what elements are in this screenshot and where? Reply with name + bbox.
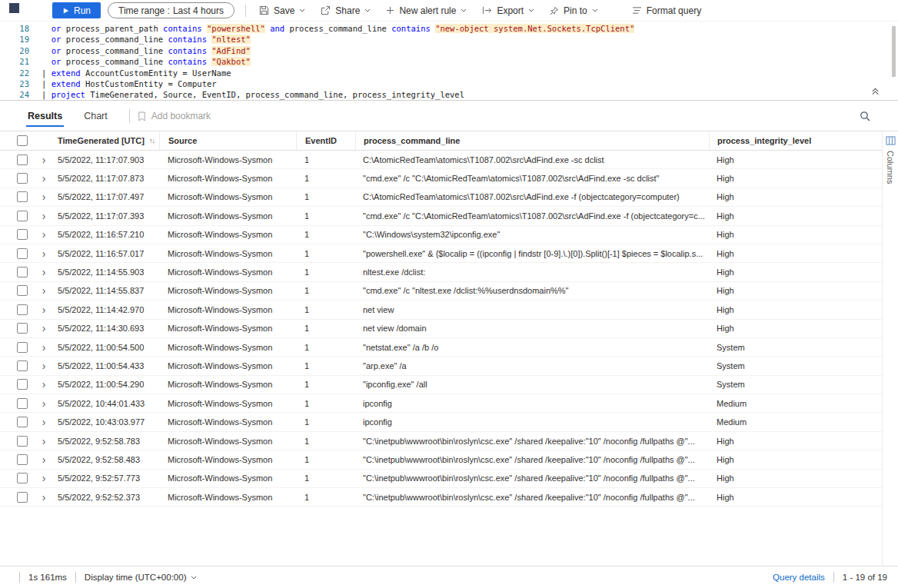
table-row[interactable]: ›5/5/2022, 11:14:30.693Microsoft-Windows… bbox=[0, 320, 882, 338]
share-button[interactable]: Share bbox=[313, 0, 378, 21]
add-bookmark-button[interactable]: Add bookmark bbox=[138, 111, 211, 121]
row-checkbox[interactable] bbox=[17, 417, 28, 427]
table-row[interactable]: ›5/5/2022, 11:00:54.433Microsoft-Windows… bbox=[0, 357, 882, 375]
row-checkbox[interactable] bbox=[17, 229, 28, 240]
header-timegenerated[interactable]: TimeGenerated [UTC] ↑↓ bbox=[54, 131, 159, 150]
header-source[interactable]: Source bbox=[159, 131, 296, 150]
columns-icon bbox=[886, 136, 896, 145]
row-checkbox[interactable] bbox=[17, 379, 28, 390]
row-checkbox[interactable] bbox=[17, 473, 28, 483]
header-process-command-line[interactable]: process_command_line bbox=[355, 131, 709, 150]
table-row[interactable]: ›5/5/2022, 11:14:55.903Microsoft-Windows… bbox=[0, 263, 882, 281]
expand-row-icon[interactable]: › bbox=[42, 436, 46, 447]
row-checkbox[interactable] bbox=[17, 173, 28, 184]
expand-row-icon[interactable]: › bbox=[42, 304, 46, 315]
row-checkbox[interactable] bbox=[17, 154, 28, 165]
row-checkbox[interactable] bbox=[17, 342, 28, 353]
cell-source: Microsoft-Windows-Sysmon bbox=[159, 399, 296, 408]
expand-row-icon[interactable]: › bbox=[42, 417, 46, 427]
row-checkbox[interactable] bbox=[17, 304, 28, 315]
expand-row-icon[interactable]: › bbox=[42, 173, 46, 184]
code-line[interactable]: 24| project TimeGenerated, Source, Event… bbox=[0, 89, 898, 100]
code-line[interactable]: 23| extend HostCustomEntity = Computer bbox=[0, 78, 898, 89]
row-checkbox[interactable] bbox=[17, 211, 28, 221]
row-checkbox[interactable] bbox=[17, 492, 28, 503]
tab-results[interactable]: Results bbox=[17, 101, 73, 131]
pin-to-button[interactable]: Pin to bbox=[542, 0, 606, 21]
cell-process-command-line: "netstat.exe" /a /b /o bbox=[355, 343, 709, 352]
table-row[interactable]: ›5/5/2022, 9:52:52.373Microsoft-Windows-… bbox=[0, 488, 882, 507]
code-line[interactable]: 20 or process_command_line contains "AdF… bbox=[0, 45, 898, 56]
header-expand-spacer bbox=[34, 131, 54, 150]
tab-chart[interactable]: Chart bbox=[73, 101, 118, 131]
row-expand-cell: › bbox=[34, 454, 54, 465]
export-button[interactable]: Export bbox=[474, 0, 542, 21]
query-editor[interactable]: 18 or process_parent_path contains "powe… bbox=[0, 21, 898, 101]
row-checkbox[interactable] bbox=[17, 191, 28, 202]
code-line[interactable]: 19 or process_command_line contains "nlt… bbox=[0, 34, 898, 45]
expand-row-icon[interactable]: › bbox=[42, 454, 46, 465]
format-query-button[interactable]: Format query bbox=[624, 0, 709, 21]
expand-row-icon[interactable]: › bbox=[42, 285, 46, 296]
table-row[interactable]: ›5/5/2022, 11:14:42.970Microsoft-Windows… bbox=[0, 301, 882, 319]
new-alert-rule-button[interactable]: New alert rule bbox=[378, 0, 474, 21]
row-checkbox[interactable] bbox=[17, 267, 28, 277]
header-eventid[interactable]: EventID bbox=[296, 131, 355, 150]
table-row[interactable]: ›5/5/2022, 9:52:58.783Microsoft-Windows-… bbox=[0, 432, 882, 450]
row-expand-cell: › bbox=[34, 267, 54, 277]
table-row[interactable]: ›5/5/2022, 10:43:03.977Microsoft-Windows… bbox=[0, 413, 882, 431]
cell-eventid: 1 bbox=[296, 267, 355, 277]
expand-row-icon[interactable]: › bbox=[42, 267, 46, 277]
expand-row-icon[interactable]: › bbox=[42, 229, 46, 240]
row-checkbox[interactable] bbox=[17, 436, 28, 447]
row-checkbox[interactable] bbox=[17, 285, 28, 296]
code-line[interactable]: 22| extend AccountCustomEntity = UserNam… bbox=[0, 68, 898, 78]
run-button[interactable]: Run bbox=[52, 2, 101, 18]
header-process-integrity-level[interactable]: process_integrity_level bbox=[709, 131, 882, 150]
expand-row-icon[interactable]: › bbox=[42, 154, 46, 165]
time-range-picker[interactable]: Time range : Last 4 hours bbox=[108, 2, 234, 18]
row-checkbox[interactable] bbox=[17, 360, 28, 371]
editor-scrollbar[interactable] bbox=[892, 26, 896, 77]
query-details-link[interactable]: Query details bbox=[773, 573, 825, 582]
table-row[interactable]: ›5/5/2022, 11:00:54.500Microsoft-Windows… bbox=[0, 338, 882, 357]
table-row[interactable]: ›5/5/2022, 11:17:07.393Microsoft-Windows… bbox=[0, 207, 882, 225]
expand-row-icon[interactable]: › bbox=[42, 492, 46, 503]
display-time-selector[interactable]: Display time (UTC+00:00) bbox=[85, 573, 198, 582]
table-row[interactable]: ›5/5/2022, 11:17:07.903Microsoft-Windows… bbox=[0, 151, 882, 169]
table-row[interactable]: ›5/5/2022, 9:52:58.483Microsoft-Windows-… bbox=[0, 450, 882, 469]
columns-panel-toggle[interactable]: Columns bbox=[882, 131, 898, 566]
table-row[interactable]: ›5/5/2022, 11:14:55.837Microsoft-Windows… bbox=[0, 282, 882, 301]
table-row[interactable]: ›5/5/2022, 9:52:57.773Microsoft-Windows-… bbox=[0, 470, 882, 488]
cell-eventid: 1 bbox=[296, 343, 355, 352]
sort-arrows-icon[interactable]: ↑↓ bbox=[149, 137, 155, 145]
expand-row-icon[interactable]: › bbox=[42, 248, 46, 259]
row-expand-cell: › bbox=[34, 191, 54, 202]
expand-row-icon[interactable]: › bbox=[42, 323, 46, 334]
table-row[interactable]: ›5/5/2022, 10:44:01.433Microsoft-Windows… bbox=[0, 394, 882, 413]
cell-process-integrity-level: System bbox=[709, 361, 882, 370]
row-expand-cell: › bbox=[34, 492, 54, 503]
expand-row-icon[interactable]: › bbox=[42, 379, 46, 390]
expand-row-icon[interactable]: › bbox=[42, 473, 46, 483]
row-checkbox[interactable] bbox=[17, 398, 28, 409]
table-row[interactable]: ›5/5/2022, 11:17:07.873Microsoft-Windows… bbox=[0, 169, 882, 188]
row-checkbox[interactable] bbox=[17, 454, 28, 465]
code-line[interactable]: 21 or process_command_line contains "Qak… bbox=[0, 56, 898, 67]
expand-row-icon[interactable]: › bbox=[42, 360, 46, 371]
expand-row-icon[interactable]: › bbox=[42, 211, 46, 221]
select-all-checkbox[interactable] bbox=[17, 135, 28, 146]
code-line[interactable]: 18 or process_parent_path contains "powe… bbox=[0, 23, 898, 34]
search-button[interactable] bbox=[858, 109, 872, 123]
collapse-editor-button[interactable] bbox=[870, 85, 881, 97]
table-row[interactable]: ›5/5/2022, 11:16:57.017Microsoft-Windows… bbox=[0, 244, 882, 263]
row-checkbox[interactable] bbox=[17, 248, 28, 259]
table-row[interactable]: ›5/5/2022, 11:16:57.210Microsoft-Windows… bbox=[0, 226, 882, 244]
row-checkbox[interactable] bbox=[17, 323, 28, 334]
table-row[interactable]: ›5/5/2022, 11:00:54.290Microsoft-Windows… bbox=[0, 376, 882, 394]
expand-row-icon[interactable]: › bbox=[42, 398, 46, 409]
expand-row-icon[interactable]: › bbox=[42, 191, 46, 202]
expand-row-icon[interactable]: › bbox=[42, 342, 46, 353]
save-button[interactable]: Save bbox=[251, 0, 313, 21]
table-row[interactable]: ›5/5/2022, 11:17:07.497Microsoft-Windows… bbox=[0, 188, 882, 207]
